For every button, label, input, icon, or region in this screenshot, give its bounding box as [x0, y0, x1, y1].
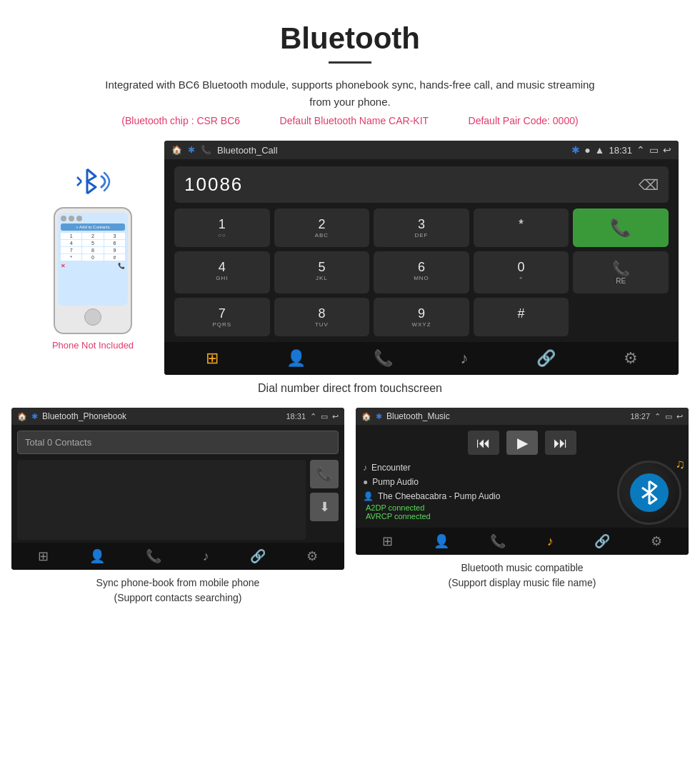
key-9[interactable]: 9WXYZ: [374, 298, 469, 336]
phonebook-list: [17, 460, 306, 540]
phonebook-search-input[interactable]: Total 0 Contacts: [17, 431, 339, 454]
track1-icon: ♪: [363, 463, 367, 473]
music-window-icon: ▭: [665, 412, 672, 421]
key-star[interactable]: *: [474, 208, 569, 247]
call-icon: 📞: [201, 145, 211, 155]
music-settings-icon[interactable]: ⚙: [651, 533, 662, 549]
track3-name: The Cheebacabra - Pump Audio: [378, 491, 500, 501]
music-bt-icon: ✱: [376, 412, 382, 421]
phone-screen: + Add to Contacts 123 456 789 *0# ✕ 📞: [58, 213, 128, 306]
pb-contacts-icon[interactable]: 👤: [89, 548, 105, 564]
call-action-btn[interactable]: 📞: [310, 460, 339, 488]
bt-signal-icon: [71, 162, 114, 201]
music-back-icon: ↩: [676, 412, 683, 421]
bottom-screens-row: 🏠 ✱ Bluetooth_Phonebook 18:31 ⌃ ▭ ↩ Tota…: [0, 408, 700, 605]
music-note-deco: ♫: [676, 457, 686, 472]
download-action-btn[interactable]: ⬇: [310, 493, 339, 521]
phonebook-bottom-bar: ⊞ 👤 📞 ♪ 🔗 ⚙: [11, 543, 344, 570]
dialer-input-row: 10086 ⌫: [174, 166, 669, 203]
music-screen: 🏠 ✱ Bluetooth_Music 18:27 ⌃ ▭ ↩ ⏮ ▶ ⏭ ♪ …: [356, 408, 689, 555]
key-8[interactable]: 8TUV: [274, 298, 370, 336]
key-4[interactable]: 4GHI: [174, 251, 270, 293]
bottom-contacts-icon[interactable]: 👤: [286, 349, 306, 368]
bt-icon: ✱: [571, 144, 580, 156]
phone-home-button: [84, 308, 101, 326]
pb-calls-icon[interactable]: 📞: [146, 548, 161, 564]
pb-link-icon[interactable]: 🔗: [250, 548, 266, 564]
key-1[interactable]: 1○○: [174, 208, 270, 247]
music-topbar: 🏠 ✱ Bluetooth_Music 18:27 ⌃ ▭ ↩: [356, 408, 689, 425]
pb-music-icon[interactable]: ♪: [203, 549, 209, 564]
phone-not-included-label: Phone Not Included: [52, 340, 134, 351]
description-text: Integrated with BC6 Bluetooth module, su…: [100, 76, 600, 111]
page-title: Bluetooth: [0, 0, 700, 61]
music-content: ♪ Encounter ● Pump Audio 👤 The Cheebacab…: [356, 458, 689, 528]
music-link-icon[interactable]: 🔗: [594, 533, 610, 549]
key-3[interactable]: 3DEF: [374, 208, 469, 247]
music-title: Bluetooth_Music: [386, 411, 626, 421]
main-content-row: + Add to Contacts 123 456 789 *0# ✕ 📞 Ph…: [0, 141, 700, 375]
phone-add-contact: + Add to Contacts: [61, 223, 125, 231]
wifi-icon: ▲: [595, 144, 605, 156]
music-bottom-bar: ⊞ 👤 📞 ♪ 🔗 ⚙: [356, 528, 689, 555]
key-6[interactable]: 6MNO: [374, 251, 469, 293]
bottom-link-icon[interactable]: 🔗: [536, 349, 556, 368]
music-block: 🏠 ✱ Bluetooth_Music 18:27 ⌃ ▭ ↩ ⏮ ▶ ⏭ ♪ …: [356, 408, 689, 605]
redial-button[interactable]: 📞RE: [573, 251, 669, 293]
main-caption: Dial number direct from touchscreen: [0, 382, 700, 395]
pb-settings-icon[interactable]: ⚙: [306, 548, 318, 564]
prev-button[interactable]: ⏮: [468, 431, 499, 455]
key-empty: [573, 298, 669, 336]
bottom-music-icon[interactable]: ♪: [461, 349, 469, 368]
key-5[interactable]: 5JKL: [274, 251, 370, 293]
dialer-bottom-bar: ⊞ 👤 📞 ♪ 🔗 ⚙: [164, 342, 679, 375]
play-button[interactable]: ▶: [506, 431, 538, 455]
dialer-number-display: 10086: [184, 174, 639, 196]
phonebook-topbar: 🏠 ✱ Bluetooth_Phonebook 18:31 ⌃ ▭ ↩: [11, 408, 344, 425]
key-0[interactable]: 0+: [474, 251, 569, 293]
call-button[interactable]: 📞: [573, 208, 669, 247]
phonebook-caption: Sync phone-book from mobile phone (Suppo…: [11, 576, 344, 605]
music-expand-icon: ⌃: [654, 412, 661, 421]
music-contacts-icon[interactable]: 👤: [434, 533, 449, 549]
music-caption: Bluetooth music compatible (Support disp…: [356, 561, 689, 590]
track-2: ● Pump Audio: [363, 475, 611, 489]
bt-pair: Default Pair Code: 0000): [469, 115, 579, 126]
bottom-calls-icon[interactable]: 📞: [374, 349, 393, 368]
pb-time: 18:31: [286, 412, 306, 421]
bt-specs: (Bluetooth chip : CSR BC6 Default Blueto…: [0, 115, 700, 126]
a2dp-status: A2DP connected: [363, 503, 611, 512]
bottom-grid-icon[interactable]: ⊞: [206, 349, 219, 368]
next-button[interactable]: ⏭: [545, 431, 576, 455]
key-2[interactable]: 2ABC: [274, 208, 370, 247]
music-music-icon[interactable]: ♪: [547, 534, 554, 549]
album-art: ♫: [617, 461, 681, 525]
music-calls-icon[interactable]: 📞: [490, 533, 506, 549]
title-underline: [329, 61, 371, 64]
bottom-settings-icon[interactable]: ⚙: [624, 349, 638, 368]
avrcp-status: AVRCP connected: [363, 512, 611, 521]
bt-status-icon: ✱: [188, 145, 195, 155]
track-3: 👤 The Cheebacabra - Pump Audio: [363, 489, 611, 503]
svg-line-1: [77, 177, 81, 181]
phone-mockup: + Add to Contacts 123 456 789 *0# ✕ 📞: [54, 207, 132, 334]
bt-chip: (Bluetooth chip : CSR BC6: [121, 115, 240, 126]
dialer-topbar: 🏠 ✱ 📞 Bluetooth_Call ✱ ● ▲ 18:31 ⌃ ▭ ↩: [164, 141, 679, 159]
key-7[interactable]: 7PQRS: [174, 298, 270, 336]
track1-name: Encounter: [371, 463, 411, 473]
pb-home-icon: 🏠: [17, 412, 27, 421]
home-icon: 🏠: [171, 145, 182, 155]
music-grid-icon[interactable]: ⊞: [382, 533, 393, 549]
phonebook-block: 🏠 ✱ Bluetooth_Phonebook 18:31 ⌃ ▭ ↩ Tota…: [11, 408, 344, 605]
phonebook-search-row: Total 0 Contacts: [17, 431, 339, 454]
bt-name: Default Bluetooth Name CAR-KIT: [280, 115, 429, 126]
music-home-icon: 🏠: [361, 412, 371, 421]
track3-icon: 👤: [363, 491, 374, 501]
track2-name: Pump Audio: [372, 477, 419, 487]
window-icon: ▭: [649, 144, 659, 156]
delete-button[interactable]: ⌫: [639, 176, 659, 194]
key-hash[interactable]: #: [474, 298, 569, 336]
phone-side: + Add to Contacts 123 456 789 *0# ✕ 📞 Ph…: [21, 141, 164, 351]
phone-keypad: 123 456 789 *0#: [61, 233, 125, 261]
pb-grid-icon[interactable]: ⊞: [38, 548, 49, 564]
